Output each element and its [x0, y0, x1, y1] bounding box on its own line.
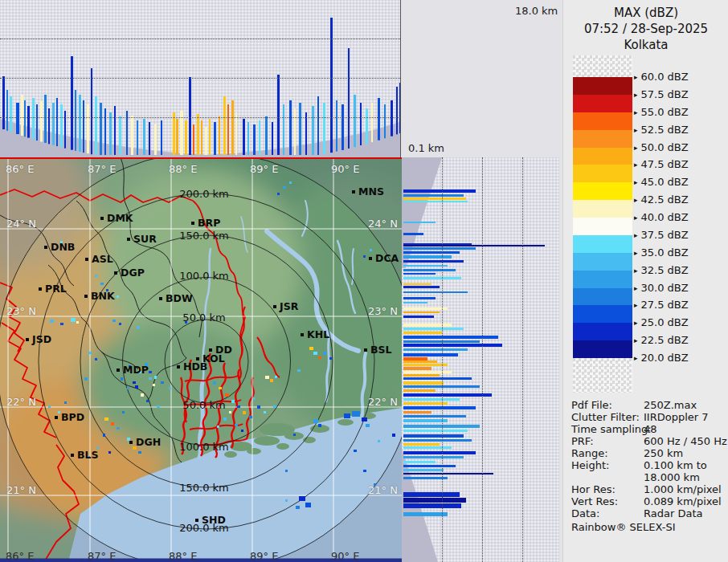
- swatch-color: [573, 288, 632, 306]
- metadata-row: Time sampling:48: [563, 423, 728, 435]
- echo-pixel: [354, 450, 357, 452]
- profile-bar: [403, 406, 476, 409]
- echo-pixel: [133, 381, 136, 384]
- radar-map-panel[interactable]: 86° E86° E87° E87° E88° E88° E89° E89° E…: [0, 157, 402, 562]
- profile-bar: [403, 381, 444, 385]
- echo-pixel: [362, 417, 367, 422]
- profile-bar: [10, 96, 12, 132]
- echo-pixel: [153, 384, 155, 386]
- profile-bar: [336, 100, 337, 152]
- radar-display-window: { "title": { "product": "MAX (dBZ)", "da…: [0, 0, 728, 562]
- echo-pixel: [100, 283, 104, 285]
- echo-pixel: [352, 411, 360, 417]
- profile-bar: [403, 302, 427, 303]
- legend-scale: [573, 55, 632, 393]
- echo-pixel: [76, 321, 79, 324]
- metadata-row: 18.000 km: [563, 471, 728, 483]
- metadata-value: 48: [644, 423, 657, 435]
- echo-pixel: [313, 419, 318, 423]
- swatch-above-max: [573, 55, 632, 77]
- echo-pixel: [96, 446, 99, 449]
- echo-pixel: [121, 377, 123, 381]
- city-dot: [127, 238, 130, 241]
- swatch-color: [573, 235, 632, 253]
- profile-bar: [403, 473, 493, 474]
- profile-gridline: [522, 157, 523, 562]
- city-dot: [369, 257, 372, 260]
- echo-pixel: [146, 400, 149, 402]
- profile-bar: [176, 119, 178, 155]
- legend-level-label: ▸57.5 dBZ: [634, 88, 689, 100]
- radar-map-graphic: [0, 157, 402, 562]
- city-dot: [301, 333, 304, 336]
- profile-bar: [294, 108, 296, 155]
- profile-bar: [109, 112, 112, 155]
- echo-pixel: [169, 387, 171, 389]
- profile-bar: [403, 469, 444, 471]
- metadata-label: PRF:: [571, 435, 594, 447]
- echo-pixel: [127, 387, 129, 389]
- echo-pixel: [318, 356, 321, 359]
- legend-level-label: ▸42.5 dBZ: [634, 193, 689, 206]
- metadata-label: Time sampling:: [571, 423, 652, 435]
- metadata-label: Hor Res:: [571, 483, 616, 495]
- profile-bar: [189, 77, 191, 155]
- profile-bar: [403, 443, 440, 446]
- echo-pixel: [149, 371, 152, 373]
- profile-bar: [161, 120, 162, 155]
- echo-pixel: [129, 365, 131, 368]
- level-arrow-icon: ▸: [634, 91, 638, 99]
- metadata-label: Clutter Filter:: [571, 411, 640, 423]
- level-arrow-icon: ▸: [634, 267, 638, 275]
- swatch-color: [573, 165, 632, 182]
- metadata-label: Vert Res:: [571, 495, 618, 507]
- echo-pixel: [313, 352, 317, 355]
- profile-bar: [403, 357, 427, 360]
- profile-bar: [403, 265, 448, 267]
- echo-pixel: [374, 483, 376, 486]
- echo-pixel: [58, 411, 60, 413]
- profile-bar: [277, 75, 280, 155]
- legend-level-label: ▸35.0 dBZ: [634, 246, 689, 259]
- profile-bar: [366, 108, 368, 144]
- beam-blockage-wedge: [0, 119, 400, 157]
- legend-level-label: ▸27.5 dBZ: [634, 299, 689, 311]
- profile-bar: [32, 98, 35, 139]
- profile-bar: [154, 124, 157, 155]
- profile-bar: [403, 269, 456, 271]
- metadata-label: Pdf File:: [571, 399, 612, 411]
- profile-bar: [403, 434, 464, 438]
- echo-pixel: [229, 411, 231, 413]
- profile-bar: [265, 116, 268, 155]
- echo-pixel: [217, 426, 219, 428]
- right-height-profile-panel: [402, 157, 559, 562]
- echo-pixel: [249, 416, 252, 418]
- profile-bar: [114, 106, 116, 155]
- profile-bar: [253, 124, 256, 155]
- profile-bar: [403, 286, 440, 288]
- profile-bar: [104, 108, 106, 155]
- echo-pixel: [145, 363, 148, 366]
- metadata-row: Pdf File:250Z.max: [563, 399, 728, 411]
- swatch-color: [573, 130, 632, 148]
- profile-bar: [354, 95, 356, 147]
- product-datetime: 07:52 / 28-Sep-2025: [563, 21, 728, 37]
- echo-pixel: [106, 289, 108, 291]
- echo-pixel: [253, 397, 256, 400]
- echo-pixel: [264, 411, 266, 413]
- map-bottom-border: [0, 559, 402, 562]
- echo-pixel: [84, 377, 88, 381]
- right-profile-plot: [402, 157, 559, 562]
- profile-bar: [219, 116, 220, 155]
- profile-bar: [403, 336, 498, 339]
- echo-pixel: [277, 193, 280, 195]
- profile-bar: [403, 402, 448, 405]
- legend-level-label: ▸45.0 dBZ: [634, 176, 689, 188]
- profile-bar: [2, 76, 5, 129]
- profile-bar: [75, 90, 76, 151]
- level-arrow-icon: ▸: [634, 144, 638, 152]
- echo-pixel: [60, 241, 63, 243]
- legend-title: MAX (dBZ) 07:52 / 28-Sep-2025 Kolkata: [563, 5, 728, 53]
- profile-bar: [403, 465, 456, 467]
- echo-pixel: [219, 387, 222, 389]
